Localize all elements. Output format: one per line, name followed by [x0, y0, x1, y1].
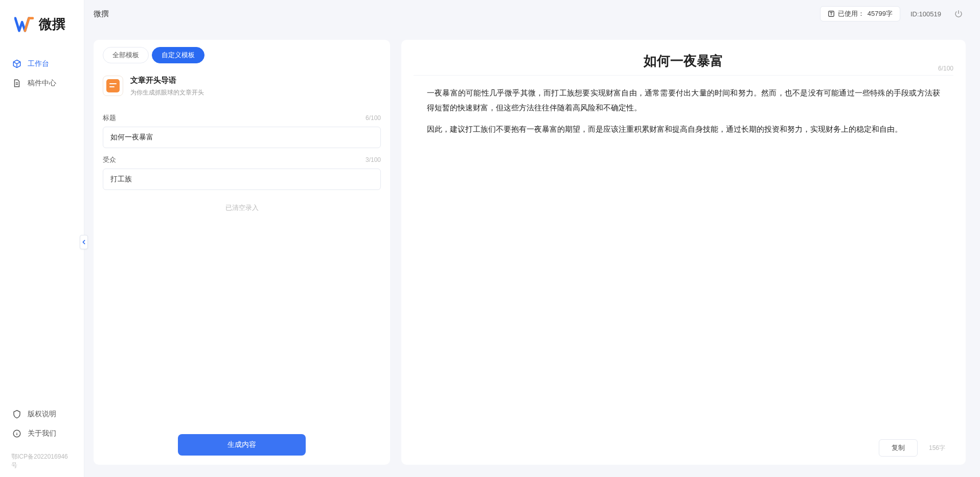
document-icon	[12, 79, 21, 88]
sidebar-item-copyright[interactable]: 版权说明	[5, 404, 79, 424]
logo-icon	[14, 14, 34, 34]
generate-button[interactable]: 生成内容	[178, 434, 306, 456]
nav-label: 稿件中心	[28, 79, 56, 88]
copy-button[interactable]: 复制	[879, 439, 918, 457]
form: 标题 6/100 受众 3/100 已清空录入	[94, 106, 390, 426]
info-icon	[12, 429, 21, 438]
nav-label: 关于我们	[28, 429, 56, 438]
power-icon	[954, 9, 963, 18]
content: 全部模板 自定义模板 文章开头导语 为你生成抓眼球的文章开头	[84, 28, 980, 477]
word-count: 156字	[929, 444, 945, 452]
sidebar-item-workbench[interactable]: 工作台	[5, 54, 79, 74]
main: 微撰 已使用： 45799字 ID:100519	[84, 0, 980, 477]
output-paragraph: 一夜暴富的可能性几乎微乎其微，而打工族想要实现财富自由，通常需要付出大量的时间和…	[427, 86, 940, 115]
template-icon	[103, 76, 123, 96]
template-title: 文章开头导语	[130, 76, 204, 85]
chevron-left-icon	[81, 240, 86, 245]
nav-label: 版权说明	[28, 410, 56, 419]
page-title: 微撰	[94, 9, 109, 19]
sidebar-footer: 版权说明 关于我们	[0, 399, 84, 448]
tab-label: 全部模板	[112, 51, 139, 59]
output-paragraph: 因此，建议打工族们不要抱有一夜暴富的期望，而是应该注重积累财富和提高自身技能，通…	[427, 122, 940, 137]
template-tabs: 全部模板 自定义模板	[94, 47, 390, 70]
form-panel: 全部模板 自定义模板 文章开头导语 为你生成抓眼球的文章开头	[94, 40, 390, 465]
title-input[interactable]	[103, 127, 381, 148]
sidebar-item-drafts[interactable]: 稿件中心	[5, 74, 79, 93]
sidebar-item-about[interactable]: 关于我们	[5, 424, 79, 443]
logout-button[interactable]	[951, 7, 966, 21]
char-count: 3/100	[366, 156, 381, 163]
output-title: 如何一夜暴富	[439, 52, 928, 70]
clear-input-hint[interactable]: 已清空录入	[103, 203, 381, 212]
logo-text: 微撰	[39, 15, 65, 33]
output-footer: 复制 156字	[401, 434, 966, 457]
shield-icon	[12, 410, 21, 419]
template-desc: 为你生成抓眼球的文章开头	[130, 88, 204, 97]
cube-icon	[12, 59, 21, 68]
sidebar: 微撰 工作台 稿件中心	[0, 0, 84, 477]
tab-custom-template[interactable]: 自定义模板	[152, 47, 204, 63]
user-id-label: ID:100519	[910, 10, 941, 18]
tab-all-templates[interactable]: 全部模板	[103, 47, 149, 63]
field-title: 标题 6/100	[103, 113, 381, 148]
topbar: 微撰 已使用： 45799字 ID:100519	[84, 0, 980, 28]
char-count: 6/100	[366, 114, 381, 122]
text-icon	[828, 10, 835, 17]
output-title-row: 如何一夜暴富 6/100	[414, 52, 953, 76]
tab-label: 自定义模板	[162, 51, 195, 59]
usage-badge[interactable]: 已使用： 45799字	[820, 6, 900, 21]
document-icon	[106, 79, 120, 92]
output-title-count: 6/100	[938, 65, 953, 72]
template-header: 文章开头导语 为你生成抓眼球的文章开头	[94, 70, 390, 106]
sidebar-collapse-button[interactable]	[80, 235, 88, 249]
logo: 微撰	[0, 0, 84, 54]
field-audience: 受众 3/100	[103, 155, 381, 190]
nav-label: 工作台	[28, 59, 49, 68]
audience-input[interactable]	[103, 169, 381, 190]
nav: 工作台 稿件中心	[0, 54, 84, 399]
field-label: 受众	[103, 155, 116, 164]
output-panel: 如何一夜暴富 6/100 一夜暴富的可能性几乎微乎其微，而打工族想要实现财富自由…	[401, 40, 966, 465]
usage-value: 45799字	[868, 9, 893, 18]
field-label: 标题	[103, 113, 116, 123]
output-body[interactable]: 一夜暴富的可能性几乎微乎其微，而打工族想要实现财富自由，通常需要付出大量的时间和…	[401, 76, 966, 434]
icp-text: 鄂ICP备2022016946号	[0, 448, 84, 477]
usage-label: 已使用：	[838, 9, 864, 18]
